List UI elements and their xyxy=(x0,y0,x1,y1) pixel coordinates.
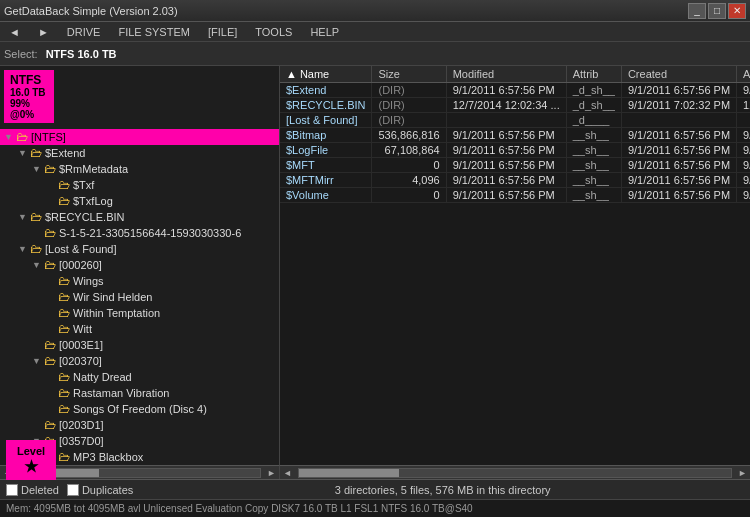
tree-item-label: [000260] xyxy=(59,259,102,271)
menu-forward[interactable]: ► xyxy=(33,24,54,40)
minimize-button[interactable]: _ xyxy=(688,3,706,19)
folder-icon: 🗁 xyxy=(58,306,70,320)
file-size: 67,108,864 xyxy=(372,143,446,158)
scroll-right-arrow[interactable]: ► xyxy=(264,468,279,478)
menu-tools[interactable]: TOOLS xyxy=(250,24,297,40)
info-bar: Mem: 4095MB tot 4095MB avl Unlicensed Ev… xyxy=(0,499,750,517)
tree-item[interactable]: 🗁Rastaman Vibration xyxy=(0,385,279,401)
maximize-button[interactable]: □ xyxy=(708,3,726,19)
table-row[interactable]: $RECYCLE.BIN(DIR)12/7/2014 12:02:34 ..._… xyxy=(280,98,750,113)
tree-item[interactable]: 🗁S-1-5-21-3305156644-1593030330-6 xyxy=(0,225,279,241)
tree-expander[interactable]: ▼ xyxy=(18,212,30,222)
file-modified: 9/1/2011 6:57:56 PM xyxy=(446,188,566,203)
status-bar: Deleted Duplicates 3 directories, 5 file… xyxy=(0,479,750,499)
level-label: Level xyxy=(17,445,45,457)
tree-item[interactable]: ▼🗁[000260] xyxy=(0,257,279,273)
file-name: $MFTMirr xyxy=(280,173,372,188)
folder-icon: 🗁 xyxy=(58,178,70,192)
file-acc: 9/1 xyxy=(737,83,750,98)
col-modified[interactable]: Modified xyxy=(446,66,566,83)
tree-item[interactable]: ▼🗁$RmMetadata xyxy=(0,161,279,177)
level-star: ★ xyxy=(24,457,38,476)
col-size[interactable]: Size xyxy=(372,66,446,83)
tree-item[interactable]: 🗁Within Temptation xyxy=(0,305,279,321)
right-scroll-thumb[interactable] xyxy=(299,469,399,477)
tree-item[interactable]: 🗁Wir Sind Helden xyxy=(0,289,279,305)
file-created xyxy=(621,113,736,128)
right-panel: ▲Name Size Modified Attrib Created Acc $… xyxy=(280,66,750,465)
folder-icon: 🗁 xyxy=(58,402,70,416)
file-acc: 9/1 xyxy=(737,143,750,158)
tree-item[interactable]: 🗁$Txf xyxy=(0,177,279,193)
tree-item[interactable]: ▼🗁[020370] xyxy=(0,353,279,369)
tree-item-label: [0357D0] xyxy=(59,435,104,447)
drive-size: 16.0 TB xyxy=(10,87,48,98)
table-row[interactable]: [Lost & Found](DIR)_d____ xyxy=(280,113,750,128)
tree-expander[interactable]: ▼ xyxy=(32,356,44,366)
right-scroll-track[interactable] xyxy=(298,468,732,478)
file-name: $LogFile xyxy=(280,143,372,158)
file-modified: 9/1/2011 6:57:56 PM xyxy=(446,83,566,98)
folder-icon: 🗁 xyxy=(44,258,56,272)
drive-info-box[interactable]: NTFS 16.0 TB 99% @0% xyxy=(4,70,54,123)
tree-item[interactable]: 🗁Witt xyxy=(0,321,279,337)
col-acc[interactable]: Acc xyxy=(737,66,750,83)
tree-expander[interactable]: ▼ xyxy=(4,132,16,142)
close-button[interactable]: ✕ xyxy=(728,3,746,19)
table-row[interactable]: $Extend(DIR)9/1/2011 6:57:56 PM_d_sh__9/… xyxy=(280,83,750,98)
tree-expander[interactable]: ▼ xyxy=(32,164,44,174)
folder-icon: 🗁 xyxy=(30,146,42,160)
tree-item-label: [NTFS] xyxy=(31,131,66,143)
col-name[interactable]: ▲Name xyxy=(280,66,372,83)
table-row[interactable]: $Volume09/1/2011 6:57:56 PM__sh__9/1/201… xyxy=(280,188,750,203)
tree-item[interactable]: ▼🗁[Lost & Found] xyxy=(0,241,279,257)
file-created: 9/1/2011 6:57:56 PM xyxy=(621,158,736,173)
tree-item[interactable]: 🗁Songs Of Freedom (Disc 4) xyxy=(0,401,279,417)
menu-help[interactable]: HELP xyxy=(305,24,344,40)
right-scroll-right-arrow[interactable]: ► xyxy=(735,468,750,478)
tree-item[interactable]: 🗁Wings xyxy=(0,273,279,289)
file-acc: 9/1 xyxy=(737,128,750,143)
menu-filesystem[interactable]: FILE SYSTEM xyxy=(113,24,195,40)
file-acc: 9/1 xyxy=(737,158,750,173)
tree-expander[interactable]: ▼ xyxy=(18,148,30,158)
duplicates-checkbox[interactable] xyxy=(67,484,79,496)
right-scroll-left-arrow[interactable]: ◄ xyxy=(280,468,295,478)
level-badge[interactable]: Level ★ xyxy=(6,440,56,480)
tree-item[interactable]: ▼🗁$RECYCLE.BIN xyxy=(0,209,279,225)
tree-item-label: $Txf xyxy=(73,179,94,191)
deleted-checkbox-item[interactable]: Deleted xyxy=(6,484,59,496)
table-row[interactable]: $MFTMirr4,0969/1/2011 6:57:56 PM__sh__9/… xyxy=(280,173,750,188)
duplicates-checkbox-item[interactable]: Duplicates xyxy=(67,484,133,496)
menu-drive[interactable]: DRIVE xyxy=(62,24,106,40)
file-name: [Lost & Found] xyxy=(280,113,372,128)
col-created[interactable]: Created xyxy=(621,66,736,83)
table-row[interactable]: $LogFile67,108,8649/1/2011 6:57:56 PM__s… xyxy=(280,143,750,158)
right-hscroll[interactable]: ◄ ► xyxy=(280,465,750,479)
tree-item[interactable]: 🗁[0203D1] xyxy=(0,417,279,433)
tree-item[interactable]: 🗁[0003E1] xyxy=(0,337,279,353)
file-name: $Bitmap xyxy=(280,128,372,143)
folder-icon: 🗁 xyxy=(58,290,70,304)
tree-item[interactable]: 🗁Natty Dread xyxy=(0,369,279,385)
duplicates-label: Duplicates xyxy=(82,484,133,496)
table-row[interactable]: $MFT09/1/2011 6:57:56 PM__sh__9/1/2011 6… xyxy=(280,158,750,173)
table-row[interactable]: $Bitmap536,866,8169/1/2011 6:57:56 PM__s… xyxy=(280,128,750,143)
deleted-checkbox[interactable] xyxy=(6,484,18,496)
tree-item[interactable]: 🗁$TxfLog xyxy=(0,193,279,209)
tree-item-label: Wings xyxy=(73,275,104,287)
menu-back[interactable]: ◄ xyxy=(4,24,25,40)
file-attrib: __sh__ xyxy=(566,128,621,143)
file-created: 9/1/2011 7:02:32 PM xyxy=(621,98,736,113)
col-attrib[interactable]: Attrib xyxy=(566,66,621,83)
tree-item[interactable]: ▼🗁$Extend xyxy=(0,145,279,161)
file-created: 9/1/2011 6:57:56 PM xyxy=(621,83,736,98)
tree-expander[interactable]: ▼ xyxy=(32,260,44,270)
tree-item-label: $TxfLog xyxy=(73,195,113,207)
file-tree[interactable]: ▼🗁[NTFS]▼🗁$Extend▼🗁$RmMetadata🗁$Txf🗁$Txf… xyxy=(0,127,279,465)
tree-expander[interactable]: ▼ xyxy=(18,244,30,254)
file-attrib: _d_sh__ xyxy=(566,83,621,98)
menu-file[interactable]: [FILE] xyxy=(203,24,242,40)
tree-item[interactable]: ▼🗁[NTFS] xyxy=(0,129,279,145)
file-name: $MFT xyxy=(280,158,372,173)
